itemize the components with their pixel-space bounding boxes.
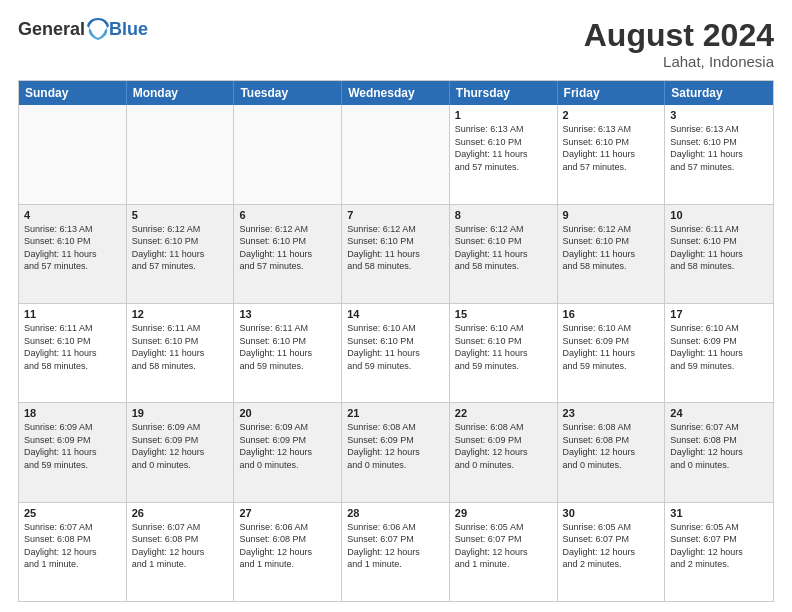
calendar-cell-r1c6: 10Sunrise: 6:11 AM Sunset: 6:10 PM Dayli…: [665, 205, 773, 303]
weekday-wednesday: Wednesday: [342, 81, 450, 105]
calendar-cell-r0c1: [127, 105, 235, 203]
day-number-30: 30: [563, 507, 660, 519]
calendar-cell-r1c2: 6Sunrise: 6:12 AM Sunset: 6:10 PM Daylig…: [234, 205, 342, 303]
calendar-cell-r1c4: 8Sunrise: 6:12 AM Sunset: 6:10 PM Daylig…: [450, 205, 558, 303]
day-number-20: 20: [239, 407, 336, 419]
day-number-11: 11: [24, 308, 121, 320]
cell-text-18: Sunrise: 6:09 AM Sunset: 6:09 PM Dayligh…: [24, 421, 121, 471]
cell-text-22: Sunrise: 6:08 AM Sunset: 6:09 PM Dayligh…: [455, 421, 552, 471]
weekday-monday: Monday: [127, 81, 235, 105]
day-number-24: 24: [670, 407, 768, 419]
calendar-cell-r3c6: 24Sunrise: 6:07 AM Sunset: 6:08 PM Dayli…: [665, 403, 773, 501]
calendar-cell-r4c0: 25Sunrise: 6:07 AM Sunset: 6:08 PM Dayli…: [19, 503, 127, 601]
cell-text-21: Sunrise: 6:08 AM Sunset: 6:09 PM Dayligh…: [347, 421, 444, 471]
cell-text-1: Sunrise: 6:13 AM Sunset: 6:10 PM Dayligh…: [455, 123, 552, 173]
calendar-cell-r4c3: 28Sunrise: 6:06 AM Sunset: 6:07 PM Dayli…: [342, 503, 450, 601]
day-number-15: 15: [455, 308, 552, 320]
calendar-cell-r4c2: 27Sunrise: 6:06 AM Sunset: 6:08 PM Dayli…: [234, 503, 342, 601]
day-number-8: 8: [455, 209, 552, 221]
calendar-cell-r2c3: 14Sunrise: 6:10 AM Sunset: 6:10 PM Dayli…: [342, 304, 450, 402]
weekday-saturday: Saturday: [665, 81, 773, 105]
day-number-17: 17: [670, 308, 768, 320]
cell-text-6: Sunrise: 6:12 AM Sunset: 6:10 PM Dayligh…: [239, 223, 336, 273]
weekday-friday: Friday: [558, 81, 666, 105]
calendar-container: General Blue August 2024 Lahat, Indonesi…: [0, 0, 792, 612]
cell-text-20: Sunrise: 6:09 AM Sunset: 6:09 PM Dayligh…: [239, 421, 336, 471]
calendar-cell-r0c0: [19, 105, 127, 203]
calendar-cell-r4c4: 29Sunrise: 6:05 AM Sunset: 6:07 PM Dayli…: [450, 503, 558, 601]
calendar-cell-r4c6: 31Sunrise: 6:05 AM Sunset: 6:07 PM Dayli…: [665, 503, 773, 601]
cell-text-17: Sunrise: 6:10 AM Sunset: 6:09 PM Dayligh…: [670, 322, 768, 372]
day-number-2: 2: [563, 109, 660, 121]
day-number-25: 25: [24, 507, 121, 519]
calendar-cell-r2c0: 11Sunrise: 6:11 AM Sunset: 6:10 PM Dayli…: [19, 304, 127, 402]
cell-text-29: Sunrise: 6:05 AM Sunset: 6:07 PM Dayligh…: [455, 521, 552, 571]
month-year: August 2024: [584, 18, 774, 53]
day-number-18: 18: [24, 407, 121, 419]
cell-text-2: Sunrise: 6:13 AM Sunset: 6:10 PM Dayligh…: [563, 123, 660, 173]
day-number-29: 29: [455, 507, 552, 519]
day-number-31: 31: [670, 507, 768, 519]
cell-text-27: Sunrise: 6:06 AM Sunset: 6:08 PM Dayligh…: [239, 521, 336, 571]
calendar-row-2: 11Sunrise: 6:11 AM Sunset: 6:10 PM Dayli…: [19, 303, 773, 402]
cell-text-26: Sunrise: 6:07 AM Sunset: 6:08 PM Dayligh…: [132, 521, 229, 571]
day-number-10: 10: [670, 209, 768, 221]
cell-text-16: Sunrise: 6:10 AM Sunset: 6:09 PM Dayligh…: [563, 322, 660, 372]
header: General Blue August 2024 Lahat, Indonesi…: [18, 18, 774, 70]
day-number-26: 26: [132, 507, 229, 519]
cell-text-10: Sunrise: 6:11 AM Sunset: 6:10 PM Dayligh…: [670, 223, 768, 273]
day-number-22: 22: [455, 407, 552, 419]
cell-text-12: Sunrise: 6:11 AM Sunset: 6:10 PM Dayligh…: [132, 322, 229, 372]
cell-text-30: Sunrise: 6:05 AM Sunset: 6:07 PM Dayligh…: [563, 521, 660, 571]
cell-text-24: Sunrise: 6:07 AM Sunset: 6:08 PM Dayligh…: [670, 421, 768, 471]
calendar-cell-r3c1: 19Sunrise: 6:09 AM Sunset: 6:09 PM Dayli…: [127, 403, 235, 501]
day-number-16: 16: [563, 308, 660, 320]
calendar-header: Sunday Monday Tuesday Wednesday Thursday…: [19, 81, 773, 105]
day-number-5: 5: [132, 209, 229, 221]
day-number-6: 6: [239, 209, 336, 221]
calendar-cell-r1c1: 5Sunrise: 6:12 AM Sunset: 6:10 PM Daylig…: [127, 205, 235, 303]
cell-text-3: Sunrise: 6:13 AM Sunset: 6:10 PM Dayligh…: [670, 123, 768, 173]
logo-general-text: General: [18, 19, 85, 40]
calendar-cell-r0c2: [234, 105, 342, 203]
cell-text-11: Sunrise: 6:11 AM Sunset: 6:10 PM Dayligh…: [24, 322, 121, 372]
day-number-9: 9: [563, 209, 660, 221]
calendar-cell-r0c6: 3Sunrise: 6:13 AM Sunset: 6:10 PM Daylig…: [665, 105, 773, 203]
day-number-14: 14: [347, 308, 444, 320]
calendar-cell-r4c5: 30Sunrise: 6:05 AM Sunset: 6:07 PM Dayli…: [558, 503, 666, 601]
day-number-28: 28: [347, 507, 444, 519]
day-number-19: 19: [132, 407, 229, 419]
calendar-cell-r3c3: 21Sunrise: 6:08 AM Sunset: 6:09 PM Dayli…: [342, 403, 450, 501]
cell-text-28: Sunrise: 6:06 AM Sunset: 6:07 PM Dayligh…: [347, 521, 444, 571]
day-number-7: 7: [347, 209, 444, 221]
calendar-cell-r2c5: 16Sunrise: 6:10 AM Sunset: 6:09 PM Dayli…: [558, 304, 666, 402]
calendar-cell-r2c2: 13Sunrise: 6:11 AM Sunset: 6:10 PM Dayli…: [234, 304, 342, 402]
calendar-cell-r1c5: 9Sunrise: 6:12 AM Sunset: 6:10 PM Daylig…: [558, 205, 666, 303]
weekday-thursday: Thursday: [450, 81, 558, 105]
calendar-cell-r3c4: 22Sunrise: 6:08 AM Sunset: 6:09 PM Dayli…: [450, 403, 558, 501]
calendar-cell-r1c0: 4Sunrise: 6:13 AM Sunset: 6:10 PM Daylig…: [19, 205, 127, 303]
cell-text-8: Sunrise: 6:12 AM Sunset: 6:10 PM Dayligh…: [455, 223, 552, 273]
cell-text-7: Sunrise: 6:12 AM Sunset: 6:10 PM Dayligh…: [347, 223, 444, 273]
calendar-cell-r3c0: 18Sunrise: 6:09 AM Sunset: 6:09 PM Dayli…: [19, 403, 127, 501]
cell-text-5: Sunrise: 6:12 AM Sunset: 6:10 PM Dayligh…: [132, 223, 229, 273]
day-number-12: 12: [132, 308, 229, 320]
weekday-sunday: Sunday: [19, 81, 127, 105]
calendar-row-1: 4Sunrise: 6:13 AM Sunset: 6:10 PM Daylig…: [19, 204, 773, 303]
calendar-cell-r1c3: 7Sunrise: 6:12 AM Sunset: 6:10 PM Daylig…: [342, 205, 450, 303]
day-number-23: 23: [563, 407, 660, 419]
logo-blue-text: Blue: [109, 19, 148, 40]
location: Lahat, Indonesia: [584, 53, 774, 70]
title-section: August 2024 Lahat, Indonesia: [584, 18, 774, 70]
calendar-row-4: 25Sunrise: 6:07 AM Sunset: 6:08 PM Dayli…: [19, 502, 773, 601]
cell-text-14: Sunrise: 6:10 AM Sunset: 6:10 PM Dayligh…: [347, 322, 444, 372]
cell-text-15: Sunrise: 6:10 AM Sunset: 6:10 PM Dayligh…: [455, 322, 552, 372]
calendar-cell-r3c5: 23Sunrise: 6:08 AM Sunset: 6:08 PM Dayli…: [558, 403, 666, 501]
cell-text-23: Sunrise: 6:08 AM Sunset: 6:08 PM Dayligh…: [563, 421, 660, 471]
cell-text-25: Sunrise: 6:07 AM Sunset: 6:08 PM Dayligh…: [24, 521, 121, 571]
cell-text-31: Sunrise: 6:05 AM Sunset: 6:07 PM Dayligh…: [670, 521, 768, 571]
calendar-row-0: 1Sunrise: 6:13 AM Sunset: 6:10 PM Daylig…: [19, 105, 773, 203]
calendar-row-3: 18Sunrise: 6:09 AM Sunset: 6:09 PM Dayli…: [19, 402, 773, 501]
calendar-cell-r4c1: 26Sunrise: 6:07 AM Sunset: 6:08 PM Dayli…: [127, 503, 235, 601]
calendar-cell-r0c3: [342, 105, 450, 203]
